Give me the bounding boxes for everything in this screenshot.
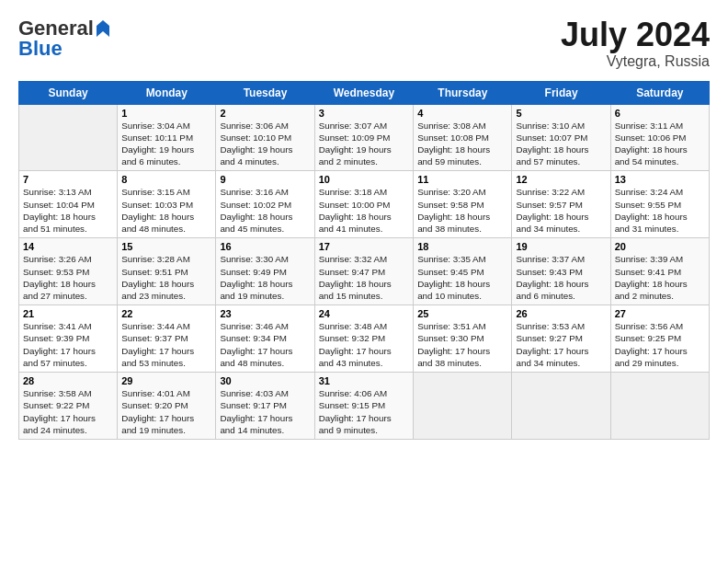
col-header-thursday: Thursday — [414, 81, 512, 104]
calendar-cell: 18Sunrise: 3:35 AM Sunset: 9:45 PM Dayli… — [414, 238, 512, 305]
logo-blue: Blue — [18, 37, 63, 61]
day-info: Sunrise: 3:26 AM Sunset: 9:53 PM Dayligh… — [23, 253, 113, 302]
calendar: SundayMondayTuesdayWednesdayThursdayFrid… — [18, 81, 710, 440]
day-number: 22 — [121, 308, 211, 319]
calendar-cell: 25Sunrise: 3:51 AM Sunset: 9:30 PM Dayli… — [414, 305, 512, 373]
calendar-cell: 2Sunrise: 3:06 AM Sunset: 10:10 PM Dayli… — [216, 104, 314, 171]
logo: General Blue — [18, 17, 111, 61]
day-info: Sunrise: 4:06 AM Sunset: 9:15 PM Dayligh… — [319, 387, 410, 436]
day-number: 13 — [615, 174, 705, 185]
calendar-cell: 6Sunrise: 3:11 AM Sunset: 10:06 PM Dayli… — [610, 104, 709, 171]
calendar-cell: 31Sunrise: 4:06 AM Sunset: 9:15 PM Dayli… — [314, 373, 414, 440]
day-info: Sunrise: 3:18 AM Sunset: 10:00 PM Daylig… — [319, 186, 410, 235]
day-info: Sunrise: 3:22 AM Sunset: 9:57 PM Dayligh… — [516, 186, 606, 235]
day-number: 27 — [615, 308, 705, 319]
calendar-cell: 21Sunrise: 3:41 AM Sunset: 9:39 PM Dayli… — [19, 305, 118, 373]
day-number: 29 — [121, 375, 211, 386]
day-info: Sunrise: 3:07 AM Sunset: 10:09 PM Daylig… — [319, 120, 410, 168]
month-year: July 2024 — [561, 17, 710, 53]
day-info: Sunrise: 3:04 AM Sunset: 10:11 PM Daylig… — [121, 120, 211, 168]
calendar-cell: 14Sunrise: 3:26 AM Sunset: 9:53 PM Dayli… — [19, 238, 118, 305]
day-info: Sunrise: 3:28 AM Sunset: 9:51 PM Dayligh… — [121, 253, 211, 302]
calendar-cell: 15Sunrise: 3:28 AM Sunset: 9:51 PM Dayli… — [118, 238, 216, 305]
calendar-cell: 30Sunrise: 4:03 AM Sunset: 9:17 PM Dayli… — [216, 373, 314, 440]
calendar-cell: 26Sunrise: 3:53 AM Sunset: 9:27 PM Dayli… — [512, 305, 610, 373]
day-number: 10 — [319, 174, 410, 185]
calendar-cell: 22Sunrise: 3:44 AM Sunset: 9:37 PM Dayli… — [118, 305, 216, 373]
day-info: Sunrise: 3:08 AM Sunset: 10:08 PM Daylig… — [417, 120, 507, 168]
day-number: 6 — [615, 108, 705, 119]
calendar-cell: 5Sunrise: 3:10 AM Sunset: 10:07 PM Dayli… — [512, 104, 610, 171]
day-info: Sunrise: 3:44 AM Sunset: 9:37 PM Dayligh… — [121, 320, 211, 369]
day-number: 3 — [319, 108, 410, 119]
day-info: Sunrise: 4:01 AM Sunset: 9:20 PM Dayligh… — [121, 387, 211, 436]
calendar-cell: 13Sunrise: 3:24 AM Sunset: 9:55 PM Dayli… — [610, 171, 709, 238]
calendar-cell: 4Sunrise: 3:08 AM Sunset: 10:08 PM Dayli… — [414, 104, 512, 171]
header: General Blue July 2024 Vytegra, Russia — [18, 17, 710, 70]
day-number: 18 — [417, 241, 507, 252]
calendar-cell: 11Sunrise: 3:20 AM Sunset: 9:58 PM Dayli… — [414, 171, 512, 238]
day-info: Sunrise: 3:39 AM Sunset: 9:41 PM Dayligh… — [615, 253, 705, 302]
day-number: 26 — [516, 308, 606, 319]
day-info: Sunrise: 3:30 AM Sunset: 9:49 PM Dayligh… — [220, 253, 310, 302]
day-info: Sunrise: 3:13 AM Sunset: 10:04 PM Daylig… — [23, 186, 113, 235]
calendar-week-row: 21Sunrise: 3:41 AM Sunset: 9:39 PM Dayli… — [19, 305, 710, 373]
calendar-cell — [19, 104, 118, 171]
day-number: 31 — [319, 375, 410, 386]
day-info: Sunrise: 3:24 AM Sunset: 9:55 PM Dayligh… — [615, 186, 705, 235]
day-info: Sunrise: 3:20 AM Sunset: 9:58 PM Dayligh… — [417, 186, 507, 235]
day-number: 16 — [220, 241, 310, 252]
day-info: Sunrise: 3:51 AM Sunset: 9:30 PM Dayligh… — [417, 320, 507, 369]
day-number: 28 — [23, 375, 113, 386]
day-number: 4 — [417, 108, 507, 119]
day-number: 25 — [417, 308, 507, 319]
calendar-cell: 20Sunrise: 3:39 AM Sunset: 9:41 PM Dayli… — [610, 238, 709, 305]
col-header-monday: Monday — [118, 81, 216, 104]
day-info: Sunrise: 3:35 AM Sunset: 9:45 PM Dayligh… — [417, 253, 507, 302]
calendar-cell: 19Sunrise: 3:37 AM Sunset: 9:43 PM Dayli… — [512, 238, 610, 305]
day-info: Sunrise: 3:37 AM Sunset: 9:43 PM Dayligh… — [516, 253, 606, 302]
calendar-cell: 7Sunrise: 3:13 AM Sunset: 10:04 PM Dayli… — [19, 171, 118, 238]
calendar-week-row: 7Sunrise: 3:13 AM Sunset: 10:04 PM Dayli… — [19, 171, 710, 238]
calendar-week-row: 1Sunrise: 3:04 AM Sunset: 10:11 PM Dayli… — [19, 104, 710, 171]
col-header-wednesday: Wednesday — [314, 81, 414, 104]
location: Vytegra, Russia — [561, 53, 710, 70]
day-info: Sunrise: 4:03 AM Sunset: 9:17 PM Dayligh… — [220, 387, 310, 436]
calendar-cell — [610, 373, 709, 440]
day-number: 2 — [220, 108, 310, 119]
day-number: 30 — [220, 375, 310, 386]
day-info: Sunrise: 3:15 AM Sunset: 10:03 PM Daylig… — [121, 186, 211, 235]
title-block: July 2024 Vytegra, Russia — [561, 17, 710, 70]
col-header-tuesday: Tuesday — [216, 81, 314, 104]
day-number: 8 — [121, 174, 211, 185]
calendar-cell: 10Sunrise: 3:18 AM Sunset: 10:00 PM Dayl… — [314, 171, 414, 238]
day-number: 14 — [23, 241, 113, 252]
calendar-cell: 1Sunrise: 3:04 AM Sunset: 10:11 PM Dayli… — [118, 104, 216, 171]
day-number: 21 — [23, 308, 113, 319]
calendar-cell: 3Sunrise: 3:07 AM Sunset: 10:09 PM Dayli… — [314, 104, 414, 171]
day-number: 11 — [417, 174, 507, 185]
day-info: Sunrise: 3:58 AM Sunset: 9:22 PM Dayligh… — [23, 387, 113, 436]
svg-marker-0 — [97, 20, 109, 37]
col-header-saturday: Saturday — [610, 81, 709, 104]
calendar-cell: 9Sunrise: 3:16 AM Sunset: 10:02 PM Dayli… — [216, 171, 314, 238]
day-info: Sunrise: 3:46 AM Sunset: 9:34 PM Dayligh… — [220, 320, 310, 369]
day-number: 12 — [516, 174, 606, 185]
calendar-cell: 28Sunrise: 3:58 AM Sunset: 9:22 PM Dayli… — [19, 373, 118, 440]
day-number: 9 — [220, 174, 310, 185]
day-number: 1 — [121, 108, 211, 119]
logo-icon — [95, 18, 111, 39]
calendar-cell: 29Sunrise: 4:01 AM Sunset: 9:20 PM Dayli… — [118, 373, 216, 440]
day-number: 19 — [516, 241, 606, 252]
day-info: Sunrise: 3:32 AM Sunset: 9:47 PM Dayligh… — [319, 253, 410, 302]
calendar-cell — [414, 373, 512, 440]
calendar-cell: 27Sunrise: 3:56 AM Sunset: 9:25 PM Dayli… — [610, 305, 709, 373]
day-number: 7 — [23, 174, 113, 185]
col-header-sunday: Sunday — [19, 81, 118, 104]
day-info: Sunrise: 3:10 AM Sunset: 10:07 PM Daylig… — [516, 120, 606, 168]
calendar-cell — [512, 373, 610, 440]
day-number: 15 — [121, 241, 211, 252]
calendar-week-row: 28Sunrise: 3:58 AM Sunset: 9:22 PM Dayli… — [19, 373, 710, 440]
day-number: 23 — [220, 308, 310, 319]
day-number: 24 — [319, 308, 410, 319]
